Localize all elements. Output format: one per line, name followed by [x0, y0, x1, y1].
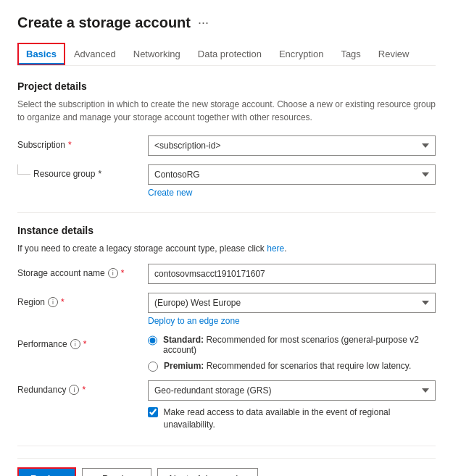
- storage-name-control: [148, 264, 436, 284]
- storage-name-label: Storage account name i *: [17, 264, 148, 278]
- read-access-label: Make read access to data available in th…: [164, 406, 436, 431]
- subscription-label: Subscription *: [17, 135, 148, 150]
- redundancy-select[interactable]: Geo-redundant storage (GRS): [148, 380, 436, 401]
- region-required: *: [61, 297, 65, 307]
- tab-networking[interactable]: Networking: [125, 43, 189, 65]
- page-container: Create a storage account ··· Basics Adva…: [0, 0, 453, 476]
- subscription-required: *: [68, 140, 72, 150]
- resource-group-label: Resource group *: [33, 169, 101, 179]
- performance-info-icon[interactable]: i: [70, 339, 80, 349]
- performance-standard-label: Standard: Recommended for most scenarios…: [163, 335, 436, 355]
- performance-control: Standard: Recommended for most scenarios…: [148, 335, 436, 372]
- tab-basics[interactable]: Basics: [17, 43, 65, 65]
- subscription-control: <subscription-id>: [148, 135, 436, 156]
- tab-review[interactable]: Review: [370, 43, 418, 65]
- deploy-edge-link[interactable]: Deploy to an edge zone: [148, 316, 240, 326]
- read-access-checkbox[interactable]: [148, 407, 158, 417]
- resource-group-row: Resource group * ContosoRG Create new: [17, 164, 436, 198]
- resource-group-required: *: [98, 169, 101, 179]
- tab-encryption[interactable]: Encryption: [270, 43, 332, 65]
- tab-tags[interactable]: Tags: [332, 43, 369, 65]
- page-title: Create a storage account: [17, 14, 191, 31]
- performance-radio-group: Standard: Recommended for most scenarios…: [148, 335, 436, 372]
- create-new-link[interactable]: Create new: [148, 188, 192, 198]
- region-row: Region i * (Europe) West Europe Deploy t…: [17, 293, 436, 326]
- redundancy-required: *: [82, 385, 86, 395]
- performance-premium-radio[interactable]: [148, 362, 158, 372]
- subscription-row: Subscription * <subscription-id>: [17, 135, 436, 156]
- content-area: Project details Select the subscription …: [17, 66, 436, 476]
- storage-name-input[interactable]: [148, 264, 436, 284]
- instance-details-title: Instance details: [17, 225, 436, 236]
- next-button[interactable]: Next : Advanced >: [157, 468, 259, 476]
- subscription-select[interactable]: <subscription-id>: [148, 135, 436, 156]
- tab-data-protection[interactable]: Data protection: [189, 43, 270, 65]
- redundancy-checkbox-row: Make read access to data available in th…: [148, 406, 436, 431]
- redundancy-control: Geo-redundant storage (GRS) Make read ac…: [148, 380, 436, 431]
- instance-details-section: Instance details If you need to create a…: [17, 225, 436, 431]
- storage-name-required: *: [121, 268, 125, 278]
- region-info-icon[interactable]: i: [48, 297, 58, 307]
- resource-group-label-wrap: Resource group *: [17, 164, 148, 179]
- previous-button[interactable]: < Previous: [82, 468, 151, 476]
- project-details-section: Project details Select the subscription …: [17, 80, 436, 198]
- region-select[interactable]: (Europe) West Europe: [148, 293, 436, 313]
- more-options-icon[interactable]: ···: [198, 15, 209, 30]
- project-details-title: Project details: [17, 80, 436, 92]
- performance-required: *: [83, 339, 87, 349]
- performance-premium-option[interactable]: Premium: Recommended for scenarios that …: [148, 361, 436, 372]
- performance-label: Performance i *: [17, 335, 148, 349]
- section-divider-2: [17, 446, 436, 446]
- region-control: (Europe) West Europe Deploy to an edge z…: [148, 293, 436, 326]
- bottom-bar: Review < Previous Next : Advanced >: [17, 458, 436, 476]
- resource-group-indent: [17, 164, 30, 175]
- performance-standard-option[interactable]: Standard: Recommended for most scenarios…: [148, 335, 436, 355]
- tab-advanced[interactable]: Advanced: [65, 43, 125, 65]
- redundancy-label: Redundancy i *: [17, 380, 148, 395]
- section-divider-1: [17, 212, 436, 213]
- storage-name-info-icon[interactable]: i: [108, 268, 118, 278]
- review-button[interactable]: Review: [17, 467, 76, 476]
- project-details-description: Select the subscription in which to crea…: [17, 98, 436, 124]
- redundancy-info-icon[interactable]: i: [69, 385, 79, 395]
- storage-name-row: Storage account name i *: [17, 264, 436, 284]
- performance-premium-label: Premium: Recommended for scenarios that …: [164, 361, 411, 371]
- instance-details-description: If you need to create a legacy storage a…: [17, 242, 436, 255]
- redundancy-row: Redundancy i * Geo-redundant storage (GR…: [17, 380, 436, 431]
- page-header: Create a storage account ···: [17, 14, 436, 31]
- performance-row: Performance i * Standard: Recommended fo…: [17, 335, 436, 372]
- tabs-bar: Basics Advanced Networking Data protecti…: [17, 43, 436, 66]
- region-label: Region i *: [17, 293, 148, 307]
- here-link[interactable]: here: [267, 243, 284, 254]
- resource-group-control: ContosoRG Create new: [148, 164, 436, 198]
- performance-standard-radio[interactable]: [148, 335, 157, 346]
- resource-group-select[interactable]: ContosoRG: [148, 164, 436, 185]
